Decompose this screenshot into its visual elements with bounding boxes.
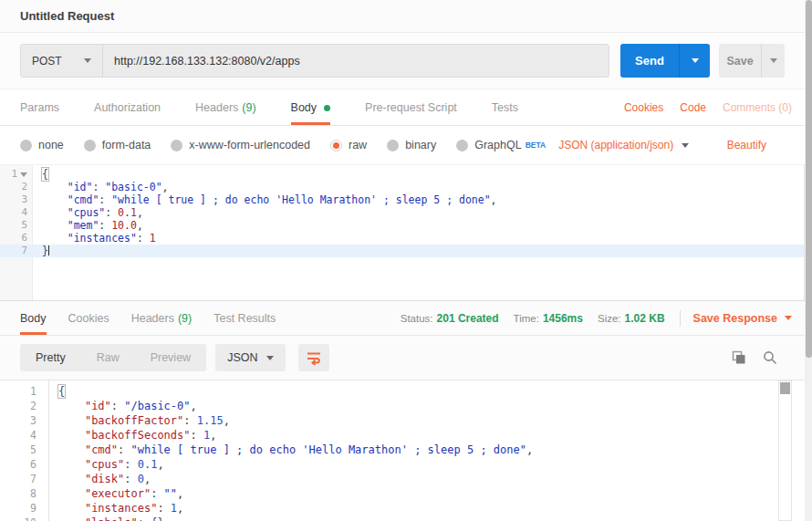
divider	[680, 310, 681, 327]
send-button[interactable]: Send	[620, 44, 679, 78]
code-text[interactable]: "instances": 1	[33, 232, 804, 245]
code-text[interactable]: "mem": 10.0,	[33, 219, 804, 232]
tab-headers[interactable]: Headers (9)	[195, 90, 256, 125]
code-line[interactable]: 2 "id": "basic-0",	[0, 181, 804, 193]
code-text[interactable]: "id": "basic-0",	[33, 181, 804, 193]
radio-graphql[interactable]: GraphQL BETA	[456, 139, 546, 151]
tab-prerequest-script[interactable]: Pre-request Script	[365, 90, 457, 125]
line-number: 6	[0, 457, 49, 472]
wrap-line-icon	[306, 350, 322, 365]
comments-link[interactable]: Comments (0)	[723, 101, 792, 114]
tab-response-headers[interactable]: Headers (9)	[131, 301, 193, 335]
size-label: Size:	[598, 313, 621, 324]
code-text: "cmd": "while [ true ] ; do echo 'Hello …	[49, 443, 805, 457]
body-modified-dot	[324, 105, 330, 111]
code-line: 8 "executor": "",	[0, 486, 805, 501]
request-url-bar: POST http://192.168.133.132:8080/v2/apps…	[0, 34, 812, 89]
code-text: "instances": 1,	[49, 501, 805, 516]
fold-caret-icon[interactable]	[20, 172, 27, 177]
response-meta: Status: 201 Created Time: 1456ms Size: 1…	[401, 301, 792, 335]
line-number: 4	[0, 428, 49, 443]
code-line[interactable]: 6 "instances": 1	[0, 232, 804, 245]
request-title: Untitled Request	[20, 9, 114, 23]
line-number: 2	[0, 399, 49, 413]
radio-form-data[interactable]: form-data	[84, 139, 151, 151]
cookies-link[interactable]: Cookies	[624, 101, 663, 114]
text-cursor	[48, 245, 49, 255]
code-text: "backoffFactor": 1.15,	[49, 413, 805, 428]
save-options-button[interactable]	[761, 44, 785, 78]
request-tabs: Params Authorization Headers (9) Body Pr…	[0, 90, 812, 126]
radio-raw[interactable]: raw	[330, 139, 367, 151]
code-line: 3 "backoffFactor": 1.15,	[0, 413, 805, 428]
tab-response-cookies[interactable]: Cookies	[68, 301, 109, 335]
line-number: 3	[0, 413, 49, 428]
view-pretty-button[interactable]: Pretty	[20, 344, 81, 371]
radio-binary[interactable]: binary	[387, 139, 436, 151]
code-line: 2 "id": "/basic-0",	[0, 399, 805, 413]
body-type-row: none form-data x-www-form-urlencoded raw…	[0, 126, 812, 164]
search-icon	[763, 350, 777, 365]
tab-params[interactable]: Params	[20, 90, 59, 125]
view-raw-button[interactable]: Raw	[81, 344, 135, 371]
line-number: 8	[0, 486, 49, 501]
code-line[interactable]: 4 "cpus": 0.1,	[0, 206, 804, 219]
radio-icon	[387, 140, 399, 151]
code-line[interactable]: 1{	[0, 168, 804, 181]
tab-test-results[interactable]: Test Results	[213, 301, 276, 335]
request-body-editor[interactable]: 1{2 "id": "basic-0",3 "cmd": "while [ tr…	[0, 164, 805, 300]
chevron-down-icon	[84, 58, 91, 63]
code-text[interactable]: "cmd": "while [ true ] ; do echo 'Hello …	[33, 193, 804, 206]
scrollbar-thumb[interactable]	[806, 0, 812, 358]
radio-icon	[171, 140, 182, 151]
code-line[interactable]: 7}	[0, 245, 804, 257]
radio-none[interactable]: none	[20, 139, 64, 151]
window-scrollbar[interactable]	[805, 0, 812, 521]
response-view-toolbar: Pretty Raw Preview JSON	[0, 336, 812, 380]
tab-body[interactable]: Body	[291, 90, 331, 125]
code-text: "backoffSeconds": 1,	[49, 428, 805, 443]
response-scrollbar[interactable]	[778, 380, 792, 521]
code-link[interactable]: Code	[680, 101, 706, 114]
method-select[interactable]: POST	[21, 45, 103, 77]
content-type-select[interactable]: JSON (application/json)	[558, 139, 689, 151]
save-response-button[interactable]: Save Response	[693, 312, 792, 325]
line-number: 4	[0, 206, 33, 219]
scrollbar-thumb[interactable]	[780, 382, 790, 394]
code-text[interactable]: {	[33, 168, 804, 181]
code-text[interactable]: "cpus": 0.1,	[33, 206, 804, 219]
tab-authorization[interactable]: Authorization	[94, 90, 161, 125]
radio-icon	[456, 140, 468, 151]
code-line: 6 "cpus": 0.1,	[0, 457, 805, 472]
code-text: "id": "/basic-0",	[49, 399, 805, 413]
view-preview-button[interactable]: Preview	[135, 344, 206, 371]
view-mode-segmented-control: Pretty Raw Preview	[20, 344, 206, 371]
line-number: 5	[0, 219, 33, 232]
chevron-down-icon	[785, 316, 792, 320]
save-button[interactable]: Save	[719, 44, 761, 78]
response-format-select[interactable]: JSON	[215, 344, 286, 371]
send-options-button[interactable]	[679, 44, 710, 78]
line-number: 9	[0, 501, 49, 516]
copy-button[interactable]	[732, 350, 746, 365]
code-line[interactable]: 5 "mem": 10.0,	[0, 219, 804, 232]
response-tabs: Body Cookies Headers (9) Test Results St…	[0, 300, 812, 336]
radio-x-www-form-urlencoded[interactable]: x-www-form-urlencoded	[171, 139, 310, 151]
search-button[interactable]	[763, 350, 777, 365]
tab-tests[interactable]: Tests	[492, 90, 518, 125]
line-number: 6	[0, 232, 33, 245]
wrap-line-button[interactable]	[298, 344, 329, 371]
size-value: 1.02 KB	[625, 312, 665, 325]
code-line[interactable]: 3 "cmd": "while [ true ] ; do echo 'Hell…	[0, 193, 804, 206]
request-title-bar: Untitled Request	[0, 0, 812, 33]
url-input[interactable]: http://192.168.133.132:8080/v2/apps	[103, 45, 609, 77]
chevron-down-icon	[770, 58, 777, 63]
line-number: 7	[0, 472, 49, 486]
code-line: 9 "instances": 1,	[0, 501, 805, 516]
url-value: http://192.168.133.132:8080/v2/apps	[114, 55, 300, 68]
status-label: Status:	[401, 313, 433, 324]
code-text[interactable]: }	[33, 245, 804, 257]
beautify-link[interactable]: Beautify	[727, 139, 766, 151]
tab-response-body[interactable]: Body	[20, 301, 47, 335]
send-split-button: Send	[620, 44, 710, 78]
